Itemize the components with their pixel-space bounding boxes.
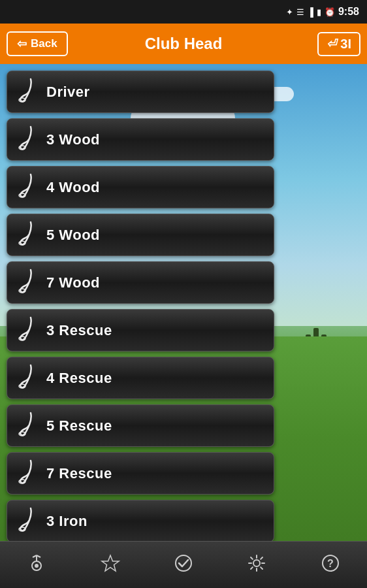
club-name-label: 4 Wood: [46, 179, 100, 196]
nav-help-button[interactable]: ?: [312, 547, 349, 582]
club-name-label: 7 Rescue: [46, 465, 112, 482]
club-list[interactable]: Driver 3 Wood 4 Wood 5 Wood 7 Wood 3 Res…: [0, 64, 356, 561]
svg-marker-15: [102, 555, 119, 571]
club-list-item[interactable]: 4 Rescue: [7, 357, 274, 399]
club-icon: [18, 125, 36, 154]
bluetooth-icon: ✦: [286, 7, 293, 17]
club-name-label: 5 Wood: [46, 227, 100, 244]
club-list-item[interactable]: 7 Rescue: [7, 452, 274, 495]
status-bar: ✦ ☰ ▐ ▮ ⏰ 9:58: [0, 0, 367, 24]
status-icons: ✦ ☰ ▐ ▮ ⏰ 9:58: [286, 6, 359, 18]
club-list-item[interactable]: 5 Rescue: [7, 404, 274, 447]
settings-icon: [246, 553, 267, 577]
signal-icon: ▐: [308, 7, 313, 17]
club-icon: [18, 173, 36, 202]
club-name-label: 4 Rescue: [46, 370, 112, 387]
club-name-label: 3 Wood: [46, 131, 100, 148]
club-name-label: 3 Iron: [46, 513, 88, 530]
club-icon: [18, 78, 36, 106]
back-label: Back: [31, 37, 57, 50]
nav-target-button[interactable]: [18, 547, 55, 582]
status-time: 9:58: [338, 6, 359, 18]
club-list-item[interactable]: 4 Wood: [7, 166, 274, 208]
club-list-item[interactable]: 3 Rescue: [7, 309, 274, 351]
club-icon: [18, 459, 36, 488]
svg-point-17: [253, 560, 260, 566]
toolbar-title: Club Head: [145, 35, 223, 53]
back-button[interactable]: ⇦ Back: [7, 31, 68, 56]
club-list-item[interactable]: 3 Iron: [7, 500, 274, 542]
target-icon: [26, 553, 47, 577]
nav-favorite-button[interactable]: [92, 547, 129, 582]
club-icon: [18, 316, 36, 345]
club-icon: [18, 412, 36, 440]
club-list-item[interactable]: 7 Wood: [7, 261, 274, 304]
favorite-icon: [100, 553, 121, 577]
club-name-label: Driver: [46, 84, 90, 101]
club-name-label: 3 Rescue: [46, 322, 112, 339]
help-icon: ?: [320, 553, 341, 577]
club-list-item[interactable]: Driver: [7, 71, 274, 113]
club-icon: [18, 269, 36, 297]
back-arrow-icon: ⇦: [17, 37, 27, 51]
badge-club-icon: ⏎: [327, 37, 336, 51]
club-icon: [18, 364, 36, 393]
bottom-nav: ?: [0, 541, 367, 588]
check-icon: [173, 553, 194, 577]
club-icon: [18, 507, 36, 536]
svg-point-16: [176, 555, 191, 571]
selected-badge: ⏎ 3I: [317, 32, 360, 56]
battery-icon: ▮: [317, 7, 321, 17]
club-name-label: 7 Wood: [46, 274, 100, 291]
toolbar: ⇦ Back Club Head ⏎ 3I: [0, 24, 367, 64]
club-list-item[interactable]: 3 Wood: [7, 118, 274, 161]
club-list-item[interactable]: 5 Wood: [7, 214, 274, 256]
svg-point-11: [35, 564, 39, 568]
nav-settings-button[interactable]: [238, 547, 275, 582]
sim-icon: ☰: [296, 7, 304, 17]
club-name-label: 5 Rescue: [46, 417, 112, 434]
badge-label: 3I: [340, 37, 351, 52]
nav-check-button[interactable]: [165, 547, 202, 582]
club-icon: [18, 221, 36, 250]
svg-text:?: ?: [327, 558, 334, 569]
alarm-icon: ⏰: [325, 7, 335, 17]
